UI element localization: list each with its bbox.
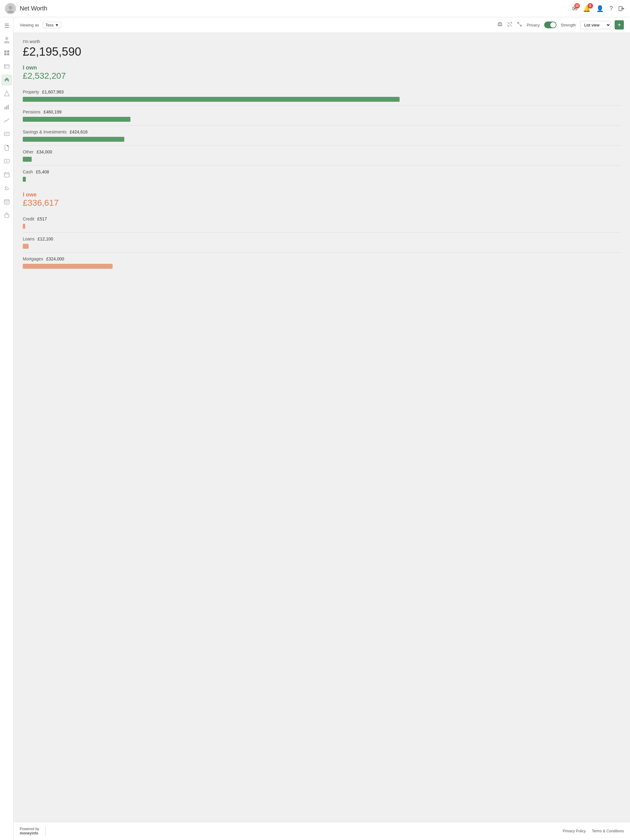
- liability-row: Mortgages £324,000: [23, 253, 621, 272]
- sidebar-item-menu[interactable]: ☰: [1, 20, 12, 32]
- list-view-select[interactable]: List view Chart view: [580, 21, 611, 29]
- viewing-as-user[interactable]: Tess ▼: [43, 22, 62, 28]
- asset-row: Savings & Investments £424,616: [23, 126, 621, 146]
- svg-line-23: [5, 189, 6, 190]
- help-icon[interactable]: ?: [609, 5, 613, 12]
- svg-rect-9: [7, 53, 9, 55]
- sidebar-item-calendar[interactable]: [1, 169, 12, 180]
- worth-amount: £2,195,590: [23, 45, 621, 58]
- asset-name: Cash: [23, 169, 33, 174]
- terms-link[interactable]: Terms & Conditions: [592, 829, 624, 833]
- alert-icon[interactable]: 🔔 5: [583, 5, 590, 12]
- worth-label: I'm worth: [23, 39, 621, 44]
- sidebar-item-documents[interactable]: [1, 142, 12, 153]
- brand-name: moneyinfo: [20, 831, 39, 835]
- liability-amount: £12,100: [38, 237, 53, 242]
- asset-name: Pensions: [23, 109, 41, 114]
- svg-marker-12: [4, 91, 9, 96]
- own-section: I own £2,532,207 Property £1,607,983 Pen…: [23, 65, 621, 185]
- toolbar: Viewing as Tess ▼: [14, 17, 630, 33]
- sidebar-item-portfolio[interactable]: [1, 210, 12, 221]
- print-icon[interactable]: [497, 22, 503, 28]
- asset-bar: [23, 117, 130, 122]
- sidebar-item-messages[interactable]: [1, 128, 12, 140]
- sidebar-item-dashboard[interactable]: [1, 47, 12, 58]
- asset-amount: £424,616: [70, 129, 87, 134]
- asset-amount: £34,000: [36, 149, 52, 154]
- liability-bar-container: [23, 244, 621, 249]
- dropdown-chevron-icon: ▼: [55, 23, 59, 27]
- footer-brand: Powered by moneyinfo: [20, 827, 39, 835]
- sidebar-item-media[interactable]: [1, 156, 12, 167]
- owe-heading: I owe: [23, 191, 621, 198]
- expand2-icon[interactable]: [517, 22, 522, 28]
- mail-icon[interactable]: ✉ 15: [572, 5, 578, 12]
- toolbar-icons: Privacy Strength List view Chart view: [497, 21, 611, 29]
- toggle-knob: [550, 22, 556, 28]
- liability-bar-container: [23, 224, 621, 229]
- liability-bar: [23, 224, 25, 229]
- mail-badge: 15: [574, 3, 580, 9]
- svg-rect-19: [4, 173, 9, 177]
- asset-bar-container: [23, 137, 621, 142]
- asset-row: Pensions £460,199: [23, 106, 621, 126]
- sidebar-item-analytics[interactable]: [1, 115, 12, 126]
- svg-point-0: [9, 6, 12, 9]
- svg-rect-11: [5, 67, 6, 67]
- liability-row: Loans £12,100: [23, 233, 621, 253]
- page-title: Net Worth: [20, 5, 572, 12]
- asset-bar: [23, 157, 32, 162]
- logout-icon[interactable]: [618, 5, 625, 12]
- privacy-policy-link[interactable]: Privacy Policy: [563, 829, 586, 833]
- asset-bar-container: [23, 177, 621, 182]
- sidebar-item-accounts[interactable]: [1, 61, 12, 72]
- owe-total: £336,617: [23, 198, 621, 208]
- owe-section: I owe £336,617 Credit £517 Loans: [23, 191, 621, 272]
- liability-bar-container: [23, 264, 621, 269]
- sidebar-item-schedule[interactable]: [1, 196, 12, 207]
- svg-point-4: [5, 37, 8, 40]
- sidebar-item-tools[interactable]: [1, 183, 12, 194]
- asset-name: Other: [23, 149, 33, 154]
- top-header: Net Worth ✉ 15 🔔 5 👤 ?: [0, 0, 630, 17]
- viewing-as-label: Viewing as: [20, 23, 39, 27]
- liability-name: Credit: [23, 216, 34, 221]
- expand1-icon[interactable]: [507, 22, 513, 28]
- privacy-toggle[interactable]: [544, 22, 557, 28]
- svg-rect-14: [6, 106, 7, 109]
- user-avatar[interactable]: [5, 3, 16, 14]
- asset-bar-container: [23, 157, 621, 162]
- asset-bar: [23, 97, 400, 102]
- asset-bar: [23, 137, 124, 142]
- svg-point-5: [4, 41, 9, 43]
- user-icon[interactable]: 👤: [596, 5, 604, 12]
- asset-name: Property: [23, 90, 39, 95]
- liability-bar: [23, 244, 28, 249]
- svg-rect-16: [4, 132, 9, 136]
- asset-row: Property £1,607,983: [23, 86, 621, 106]
- net-worth-summary: I'm worth £2,195,590: [23, 39, 621, 58]
- asset-row: Other £34,000: [23, 146, 621, 166]
- svg-point-1: [7, 11, 14, 13]
- svg-rect-7: [7, 51, 9, 52]
- powered-by-label: Powered by: [20, 827, 39, 831]
- app-body: ☰: [0, 17, 630, 840]
- sidebar-item-net-worth[interactable]: [1, 74, 12, 85]
- footer-divider: [45, 826, 46, 836]
- sidebar-item-planning[interactable]: [1, 88, 12, 99]
- liability-name: Loans: [23, 237, 35, 242]
- sidebar-item-reports[interactable]: [1, 101, 12, 112]
- svg-rect-8: [4, 53, 6, 55]
- content-area: I'm worth £2,195,590 I own £2,532,207 Pr…: [14, 33, 630, 822]
- own-heading: I own: [23, 65, 621, 71]
- footer-links: Privacy Policy Terms & Conditions: [563, 829, 624, 833]
- liability-amount: £324,000: [46, 256, 64, 261]
- sidebar-item-avatar[interactable]: [1, 34, 12, 45]
- liability-row: Credit £517: [23, 213, 621, 233]
- liability-amount: £517: [37, 216, 47, 221]
- footer: Powered by moneyinfo Privacy Policy Term…: [14, 822, 630, 840]
- add-button[interactable]: +: [615, 20, 624, 30]
- asset-bar: [23, 177, 26, 182]
- svg-marker-18: [6, 161, 8, 162]
- strength-label: Strength: [561, 23, 576, 27]
